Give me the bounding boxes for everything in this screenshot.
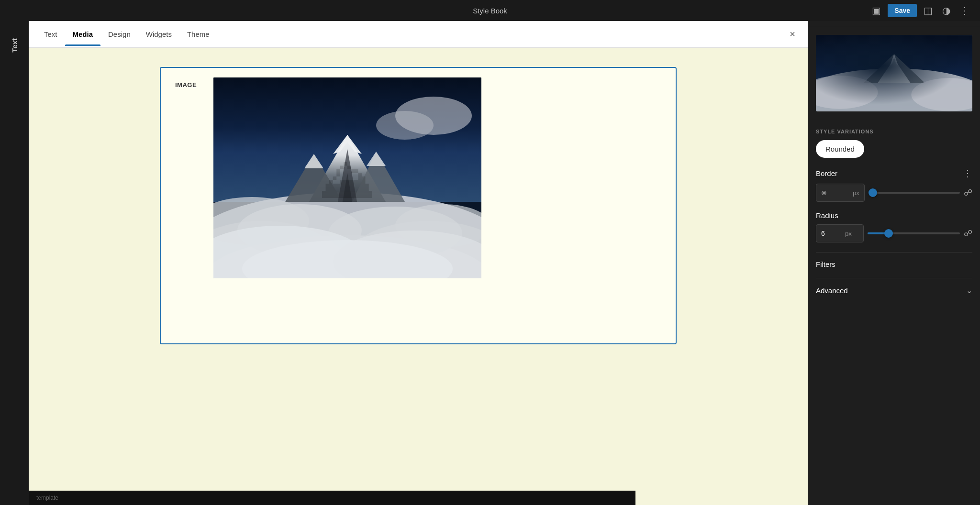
svg-marker-28 bbox=[864, 54, 925, 83]
radius-section: Radius px ☍ bbox=[816, 211, 972, 242]
desktop-icon[interactable]: ▣ bbox=[869, 3, 884, 18]
page-title: Style Book bbox=[473, 7, 507, 15]
thumbnail-svg bbox=[816, 35, 972, 111]
advanced-chevron-icon: ⌄ bbox=[966, 286, 972, 295]
radius-slider[interactable] bbox=[868, 232, 960, 234]
radius-input[interactable]: px bbox=[816, 224, 864, 242]
image-label: IMAGE bbox=[175, 81, 204, 88]
styles-sidebar: Styles ⋮ ✕ bbox=[808, 0, 980, 505]
border-slider[interactable] bbox=[869, 192, 960, 194]
watermark-text: template bbox=[36, 494, 58, 501]
tab-text[interactable]: Text bbox=[36, 22, 65, 46]
rounded-variation-button[interactable]: Rounded bbox=[816, 140, 864, 158]
save-button[interactable]: Save bbox=[888, 4, 917, 17]
filters-section[interactable]: Filters bbox=[816, 252, 972, 268]
mountain-svg bbox=[213, 77, 481, 278]
tab-theme[interactable]: Theme bbox=[179, 22, 217, 46]
advanced-label: Advanced bbox=[816, 286, 848, 295]
mountain-image bbox=[213, 77, 481, 278]
svg-point-31 bbox=[816, 76, 878, 109]
svg-point-27 bbox=[816, 68, 972, 111]
style-variations-label: STYLE VARIATIONS bbox=[816, 129, 972, 134]
watermark-bar: template bbox=[29, 491, 635, 505]
radius-slider-thumb bbox=[884, 229, 893, 238]
svg-rect-26 bbox=[816, 35, 972, 111]
border-input[interactable]: ⊗ px bbox=[816, 184, 865, 202]
tab-widgets[interactable]: Widgets bbox=[138, 22, 179, 46]
filters-label: Filters bbox=[816, 260, 835, 268]
border-circle-icon: ⊗ bbox=[821, 189, 827, 197]
border-link-icon[interactable]: ☍ bbox=[964, 187, 972, 198]
radius-slider-fill bbox=[868, 232, 886, 234]
style-thumbnail bbox=[816, 35, 972, 111]
svg-marker-29 bbox=[878, 59, 911, 83]
border-header: Border ⋮ bbox=[816, 167, 972, 179]
border-section: Border ⋮ ⊗ px ☍ bbox=[816, 167, 972, 202]
radius-link-icon[interactable]: ☍ bbox=[964, 228, 972, 239]
panels-icon[interactable]: ◫ bbox=[921, 3, 935, 18]
border-value-input[interactable] bbox=[829, 189, 853, 197]
border-input-row: ⊗ px ☍ bbox=[816, 184, 972, 202]
top-bar: Style Book ▣ Save ◫ ◑ ⋮ bbox=[0, 0, 980, 21]
left-sidebar: Text bbox=[0, 21, 29, 505]
radius-unit: px bbox=[845, 230, 852, 237]
contrast-icon[interactable]: ◑ bbox=[939, 3, 953, 18]
advanced-section[interactable]: Advanced ⌄ bbox=[816, 278, 972, 295]
top-bar-actions: ▣ Save ◫ ◑ ⋮ bbox=[869, 3, 972, 18]
close-button[interactable]: × bbox=[785, 27, 800, 42]
border-slider-thumb bbox=[869, 188, 877, 197]
image-block: IMAGE bbox=[160, 67, 677, 344]
tab-bar: Text Media Design Widgets Theme × bbox=[29, 21, 808, 48]
more-icon[interactable]: ⋮ bbox=[957, 3, 972, 18]
border-more-button[interactable]: ⋮ bbox=[963, 167, 972, 179]
radius-value-input[interactable] bbox=[821, 230, 845, 237]
svg-point-32 bbox=[911, 78, 972, 111]
sidebar-item-text[interactable]: Text bbox=[7, 31, 22, 60]
svg-point-7 bbox=[376, 111, 434, 140]
svg-marker-8 bbox=[309, 135, 386, 202]
radius-label: Radius bbox=[816, 211, 838, 220]
border-unit: px bbox=[853, 189, 859, 197]
tab-design[interactable]: Design bbox=[100, 22, 138, 46]
tab-media[interactable]: Media bbox=[65, 22, 101, 46]
radius-header: Radius bbox=[816, 211, 972, 220]
svg-marker-15 bbox=[343, 173, 352, 202]
preview-area: IMAGE bbox=[29, 48, 808, 505]
main-area: Text Media Design Widgets Theme × IMAGE bbox=[29, 21, 808, 505]
sidebar-content: STYLE VARIATIONS Rounded Border ⋮ ⊗ px ☍ bbox=[808, 119, 980, 505]
radius-input-row: px ☍ bbox=[816, 224, 972, 242]
svg-marker-14 bbox=[338, 149, 357, 202]
svg-marker-30 bbox=[890, 54, 899, 66]
border-label: Border bbox=[816, 169, 837, 177]
